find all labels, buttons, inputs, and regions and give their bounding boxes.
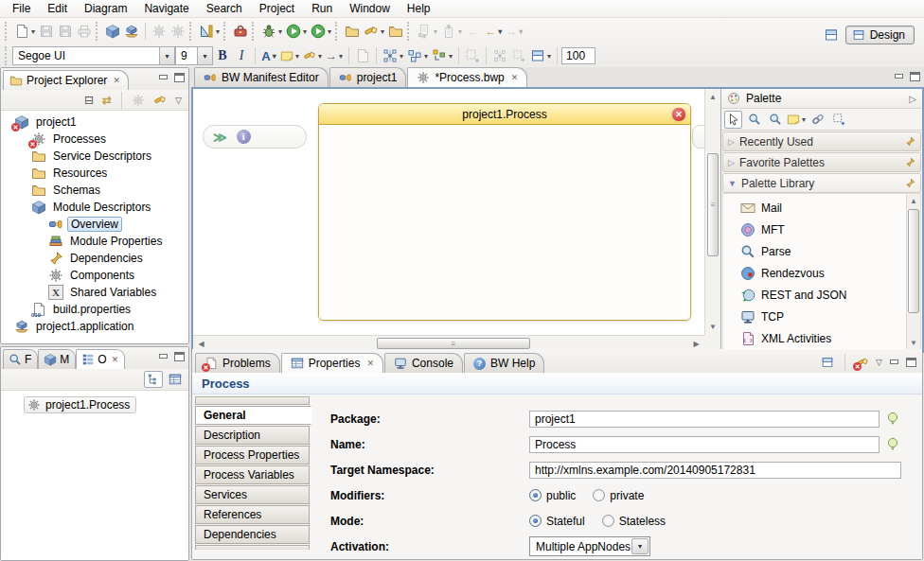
tab-outline[interactable]: O ✕ <box>76 349 125 369</box>
tree-item[interactable]: Components <box>1 267 188 284</box>
design-tools-button[interactable]: ▾ <box>197 21 222 42</box>
focus-icon[interactable] <box>129 93 148 108</box>
pin-icon[interactable] <box>905 136 915 147</box>
line-color-button[interactable]: ▾ <box>301 45 324 66</box>
minimize-icon[interactable] <box>158 73 169 82</box>
palette-item-xml-activities[interactable]: XML Activities <box>723 327 906 349</box>
tab-bw-help[interactable]: ? BW Help <box>464 353 544 373</box>
section-favorite-palettes[interactable]: ▷ Favorite Palettes <box>722 152 921 172</box>
menu-navigate[interactable]: Navigate <box>135 1 197 16</box>
palette-item-mft[interactable]: MFT <box>723 219 906 240</box>
view-menu-icon[interactable]: ▽ <box>172 95 185 106</box>
select-tool-button[interactable] <box>724 111 742 129</box>
maximize-icon[interactable] <box>906 358 916 367</box>
menu-file[interactable]: File <box>4 1 39 16</box>
line-style-button[interactable]: →▾ <box>324 45 345 66</box>
outline-process-item[interactable]: project1.Process <box>24 396 136 413</box>
import-folder-button[interactable] <box>343 21 362 42</box>
public-radio-label[interactable]: public <box>546 489 576 502</box>
side-tab-description[interactable]: Description <box>195 426 310 445</box>
process-error-icon[interactable]: ✕ <box>672 108 685 121</box>
menu-run[interactable]: Run <box>303 1 341 16</box>
tree-item[interactable]: Schemas <box>1 182 188 199</box>
minimize-icon[interactable] <box>894 72 904 81</box>
process-box[interactable]: project1.Process ✕ <box>318 103 691 321</box>
scrollbar-thumb[interactable]: ≡ <box>707 153 719 256</box>
target-namespace-input[interactable] <box>529 462 901 479</box>
scroll-down-icon[interactable]: ▼ <box>705 319 721 335</box>
error-indicator-icon[interactable]: ✕ <box>856 356 869 369</box>
process-start-pill[interactable]: ≫ i <box>203 125 307 149</box>
zoom-level-input[interactable] <box>561 47 595 64</box>
save-all-button[interactable] <box>56 21 75 42</box>
tree-item[interactable]: 010 build.properties <box>1 301 188 318</box>
marquee-tool-button[interactable] <box>829 111 847 129</box>
start-chevron-icon[interactable]: ≫ <box>213 130 227 145</box>
run-button[interactable]: ▾ <box>284 21 309 42</box>
menu-search[interactable]: Search <box>198 1 251 16</box>
gear-icon[interactable] <box>169 21 187 42</box>
close-icon[interactable]: ✕ <box>366 359 374 368</box>
gear-icon[interactable] <box>150 21 169 42</box>
forward-button[interactable]: →▾ <box>504 21 524 42</box>
tab-process-bwp[interactable]: *Process.bwp ✕ <box>407 67 527 87</box>
close-icon[interactable]: ✕ <box>113 76 120 85</box>
zoom-out-button[interactable] <box>766 111 784 129</box>
select-shapes-button[interactable]: ▾ <box>405 45 430 66</box>
close-icon[interactable]: ✕ <box>511 73 519 82</box>
process-canvas[interactable]: ≫ i project1.Process ✕ ▲ <box>193 89 720 351</box>
tree-item[interactable]: Module Properties <box>1 233 188 250</box>
save-button[interactable] <box>37 21 56 42</box>
info-icon[interactable]: i <box>237 130 251 144</box>
name-input[interactable] <box>529 436 880 453</box>
tree-item[interactable]: ✕ project1 <box>1 114 188 131</box>
stateful-radio[interactable] <box>529 515 542 527</box>
debug-button[interactable]: ▾ <box>259 21 284 42</box>
palette-item-rest-json[interactable]: REST and JSON <box>723 284 906 306</box>
tab-problems[interactable]: ✕ Problems <box>195 353 280 373</box>
palette-flyout-icon[interactable]: ▷ <box>909 94 916 104</box>
new-wizard-button[interactable]: ▾ <box>12 21 37 42</box>
print-button[interactable] <box>75 21 94 42</box>
side-tab-process-properties[interactable]: Process Properties <box>195 446 310 465</box>
copy-appearance-button[interactable] <box>353 45 372 66</box>
search-flashlight-button[interactable]: ▾ <box>362 21 386 42</box>
scrollbar-thumb[interactable] <box>908 209 919 313</box>
new-module-button[interactable] <box>103 21 122 42</box>
design-perspective-button[interactable]: Design <box>845 26 915 44</box>
menu-edit[interactable]: Edit <box>39 1 76 16</box>
palette-header[interactable]: Palette ▷ <box>721 89 922 109</box>
activation-dropdown[interactable]: Multiple AppNodes ▾ <box>529 536 650 556</box>
menu-diagram[interactable]: Diagram <box>76 1 135 16</box>
fill-color-button[interactable]: ▾ <box>278 45 301 66</box>
chevron-down-icon[interactable]: ▾ <box>631 538 649 554</box>
tree-item[interactable]: ✕ Processes <box>1 131 188 148</box>
tree-view-toggle[interactable] <box>144 371 163 388</box>
note-tool-button[interactable]: ▾ <box>787 111 806 129</box>
stateless-radio[interactable] <box>602 515 614 527</box>
side-tab-partial[interactable] <box>195 545 310 550</box>
palette-item-rendezvous[interactable]: Rendezvous <box>723 262 906 284</box>
tab-console[interactable]: Console <box>384 353 463 373</box>
link-tool-button[interactable] <box>808 111 826 129</box>
side-tab-dependencies[interactable]: Dependencies <box>195 525 310 544</box>
chevron-down-icon[interactable]: ▾ <box>197 47 212 64</box>
chevron-down-icon[interactable]: ▾ <box>159 47 174 64</box>
side-tab-process-variables[interactable]: Process Variables <box>195 465 310 484</box>
pin-icon[interactable] <box>905 178 915 188</box>
palette-scrollbar[interactable]: ▲ ▼ <box>906 194 920 349</box>
minimize-icon[interactable] <box>889 358 899 367</box>
tab-properties[interactable]: Properties ✕ <box>281 353 383 373</box>
table-view-toggle[interactable] <box>167 372 184 387</box>
side-tab-scroll-spacer[interactable] <box>195 396 310 405</box>
italic-button[interactable]: I <box>232 45 251 66</box>
pin-icon[interactable] <box>905 157 915 167</box>
tree-item-selected[interactable]: Overview <box>1 216 188 233</box>
public-radio[interactable] <box>529 489 542 501</box>
profile-button[interactable]: ▾ <box>309 21 333 42</box>
zoom-in-button[interactable] <box>745 111 763 129</box>
tree-item[interactable]: Dependencies <box>1 250 188 267</box>
side-tab-services[interactable]: Services <box>195 485 310 504</box>
scrollbar-thumb[interactable]: ≡ <box>377 338 530 349</box>
view-menu-icon[interactable]: ▽ <box>876 358 882 367</box>
